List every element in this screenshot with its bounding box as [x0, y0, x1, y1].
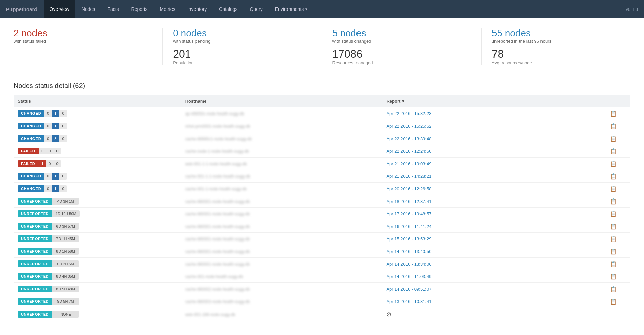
status-time: 8D 5H 48M: [52, 286, 79, 292]
col-status: Status: [14, 95, 181, 107]
status-badge-label: CHANGED: [18, 185, 44, 192]
table-row: UNREPORTED7D 1H 45Mcache-880001-node-hea…: [14, 233, 630, 245]
report-file-icon[interactable]: 📋: [610, 211, 617, 217]
report-time[interactable]: Apr 20 2016 - 12:26:58: [386, 186, 431, 191]
report-time[interactable]: Apr 22 2016 - 12:24:50: [386, 149, 431, 154]
hostname: web-001-1-1-node-health-sugg-db: [185, 162, 247, 166]
status-num-1: 0: [44, 173, 52, 180]
report-time[interactable]: Apr 22 2016 - 13:39:48: [386, 136, 431, 141]
hostname-cell: ap-i48650c-node-health-sugg-db: [181, 107, 383, 120]
report-file-icon[interactable]: 📋: [610, 198, 617, 204]
status-num-3: 0: [53, 160, 61, 167]
nav-catalogs[interactable]: Catalogs: [213, 0, 244, 18]
hostname: cache-880001-node-health-sugg-db: [185, 212, 250, 216]
hostname: cache-001-node-health-sugg-db: [185, 274, 243, 279]
hostname-cell: cache-001-1-node-health-sugg-db: [181, 183, 383, 195]
table-row: FAILED100web-001-1-1-node-health-sugg-db…: [14, 158, 630, 170]
report-time[interactable]: Apr 22 2016 - 15:32:23: [386, 111, 431, 116]
report-time[interactable]: Apr 15 2016 - 13:53:29: [386, 236, 431, 242]
report-file-icon[interactable]: 📋: [610, 136, 617, 142]
nav-reports[interactable]: Reports: [125, 0, 154, 18]
report-file-icon[interactable]: 📋: [610, 161, 617, 167]
nav-nodes[interactable]: Nodes: [75, 0, 101, 18]
hostname: cache-880001-node-health-sugg-db: [185, 249, 250, 254]
nav-spacer: [314, 0, 620, 18]
status-num-3: 0: [59, 185, 67, 192]
population-stat: 201 Population: [173, 48, 301, 65]
report-time[interactable]: Apr 21 2016 - 14:28:21: [386, 174, 431, 179]
report-icon-cell: 📋: [606, 120, 630, 132]
report-time[interactable]: Apr 14 2016 - 13:34:06: [386, 261, 431, 267]
hostname: cache-880001-node-health-sugg-db: [185, 224, 250, 229]
report-time-cell: Apr 21 2016 - 19:03:49: [382, 158, 606, 170]
status-badge-label: UNREPORTED: [18, 286, 52, 292]
report-file-icon[interactable]: 📋: [610, 123, 617, 129]
report-time[interactable]: Apr 21 2016 - 19:03:49: [386, 161, 431, 166]
table-row: UNREPORTED4D 19H 50Mcache-880001-node-he…: [14, 208, 630, 220]
report-time-cell: Apr 20 2016 - 12:26:58: [382, 183, 606, 195]
report-time[interactable]: Apr 16 2016 - 11:41:24: [386, 224, 431, 229]
status-badge-label: CHANGED: [18, 135, 44, 142]
report-icon-cell: 📋: [606, 183, 630, 195]
status-num-1: 0: [39, 148, 46, 154]
report-file-icon[interactable]: 📋: [610, 173, 617, 179]
hostname-cell: cache-880001-node-health-sugg-db: [181, 233, 383, 245]
status-badge-label: UNREPORTED: [18, 210, 52, 217]
table-row: UNREPORTED8D 4H 35Mcache-001-node-health…: [14, 270, 630, 283]
report-time[interactable]: Apr 14 2016 - 09:51:07: [386, 287, 431, 292]
report-time-cell: Apr 17 2016 - 19:48:57: [382, 208, 606, 220]
report-icon-cell: 📋: [606, 233, 630, 245]
report-file-icon[interactable]: 📋: [610, 286, 617, 292]
report-file-icon[interactable]: 📋: [610, 236, 617, 242]
report-time[interactable]: Apr 14 2016 - 13:40:50: [386, 249, 431, 254]
report-time-cell: Apr 22 2016 - 13:39:48: [382, 132, 606, 145]
report-time[interactable]: Apr 17 2016 - 19:48:57: [386, 211, 431, 216]
status-num-3: 0: [59, 135, 67, 142]
status-badge-label: CHANGED: [18, 173, 44, 180]
report-icon-cell: 📋: [606, 195, 630, 208]
report-time[interactable]: Apr 18 2016 - 12:37:41: [386, 199, 431, 204]
status-time: 4D 3H 1M: [52, 198, 79, 205]
table-row: UNREPORTED8D 2H 5Mcache-880001-node-heal…: [14, 258, 630, 270]
table-row: FAILED000cache-node-1-node-health-sugg-d…: [14, 145, 630, 158]
report-time-cell: Apr 14 2016 - 09:51:07: [382, 283, 606, 295]
report-file-icon[interactable]: 📋: [610, 148, 617, 154]
report-time[interactable]: Apr 13 2016 - 10:31:41: [386, 299, 431, 304]
nav-facts[interactable]: Facts: [101, 0, 125, 18]
report-file-icon[interactable]: 📋: [610, 261, 617, 267]
nav-inventory[interactable]: Inventory: [181, 0, 213, 18]
report-time[interactable]: Apr 14 2016 - 11:03:49: [386, 274, 431, 279]
nav-metrics[interactable]: Metrics: [154, 0, 181, 18]
report-file-icon[interactable]: 📋: [610, 249, 617, 254]
report-col-label: Report: [386, 99, 400, 104]
status-num-3: 0: [59, 123, 67, 129]
status-num-3: 0: [59, 110, 67, 117]
nav-overview[interactable]: Overview: [44, 0, 75, 18]
col-report[interactable]: Report ▾: [382, 95, 606, 107]
report-icon-cell: 📋: [606, 132, 630, 145]
report-file-icon[interactable]: 📋: [610, 274, 617, 279]
report-time-cell: Apr 22 2016 - 15:25:52: [382, 120, 606, 132]
table-row: UNREPORTED8D 1H 58Mcache-880001-node-hea…: [14, 245, 630, 258]
status-badge-label: UNREPORTED: [18, 235, 52, 242]
report-icon-cell: 📋: [606, 295, 630, 308]
hostname: mhst-prm0001-node-health-sugg-db: [185, 124, 250, 129]
section-header: Nodes status detail (62): [0, 72, 644, 95]
nav-query[interactable]: Query: [244, 0, 269, 18]
status-cell: UNREPORTED9D 5H 7M: [14, 295, 181, 308]
report-file-icon[interactable]: 📋: [610, 224, 617, 229]
hostname-cell: cache-node-1-node-health-sugg-db: [181, 145, 383, 158]
status-cell: CHANGED010: [14, 107, 181, 120]
stat-divider-3: [481, 28, 482, 65]
report-file-icon[interactable]: 📋: [610, 299, 617, 305]
report-file-icon[interactable]: 📋: [610, 111, 617, 117]
status-cell: UNREPORTEDNONE: [14, 308, 181, 321]
report-time[interactable]: Apr 22 2016 - 15:25:52: [386, 124, 431, 129]
nav-environments[interactable]: Environments ▾: [269, 0, 314, 18]
hostname: cache-880002-node-health-sugg-db: [185, 287, 250, 292]
status-num-3: 0: [53, 148, 61, 154]
report-file-icon[interactable]: 📋: [610, 186, 617, 192]
avg-stat: 78 Avg. resources/node: [492, 48, 620, 65]
hostname-cell: cache-880003-node-health-sugg-db: [181, 295, 383, 308]
hostname: web-001-188-node-sugg-db: [185, 312, 235, 317]
